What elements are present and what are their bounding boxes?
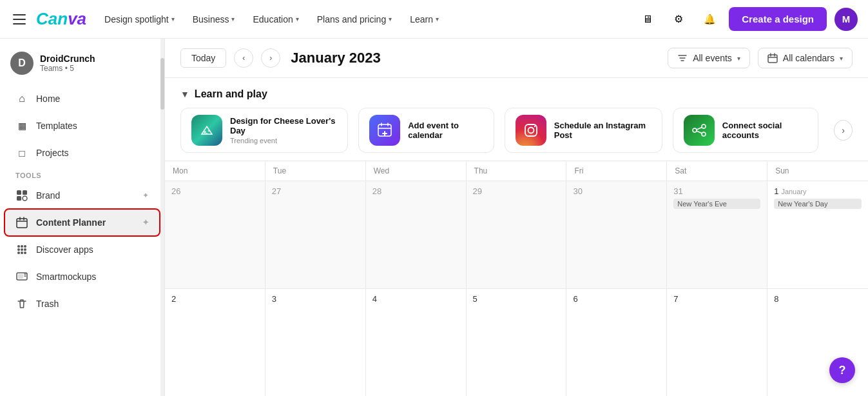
- user-section: D DroidCrunch Teams • 5: [0, 46, 164, 85]
- calendar-cell-dec28[interactable]: 28: [366, 181, 467, 288]
- svg-rect-1: [23, 190, 27, 195]
- calendar-cell-jan2[interactable]: 2: [165, 289, 265, 396]
- learn-card-connect-social[interactable]: Connect social accounts: [673, 108, 818, 153]
- sidebar-item-brand[interactable]: Brand ✦: [5, 183, 159, 208]
- calendar-cell-jan4[interactable]: 4: [366, 289, 467, 396]
- svg-point-40: [702, 132, 706, 136]
- calendar-month-title: January 2023: [291, 50, 660, 66]
- sidebar-item-smartmockups[interactable]: Smartmockups: [5, 264, 159, 290]
- chevron-down-icon: ▾: [840, 55, 843, 62]
- svg-point-39: [702, 124, 706, 128]
- tools-section-label: Tools: [0, 166, 164, 182]
- apps-icon: [15, 243, 28, 256]
- calendar-cell-jan6[interactable]: 6: [566, 289, 667, 396]
- instagram-icon: [516, 115, 546, 146]
- user-avatar[interactable]: M: [834, 8, 858, 31]
- new-years-day-event[interactable]: New Year's Day: [774, 199, 862, 209]
- new-years-eve-event[interactable]: New Year's Eve: [673, 199, 760, 209]
- user-info: DroidCrunch Teams • 5: [40, 54, 95, 73]
- nav-item-plans[interactable]: Plans and pricing ▾: [309, 9, 400, 30]
- main-content: Today ‹ › January 2023 All events ▾ All …: [165, 39, 868, 396]
- sidebar-item-trash[interactable]: Trash: [5, 291, 159, 317]
- learn-play-header[interactable]: ▼ Learn and play: [180, 88, 853, 100]
- sidebar-item-templates[interactable]: Templates: [5, 113, 159, 139]
- monitor-icon: [642, 14, 653, 25]
- svg-point-10: [24, 245, 26, 248]
- sidebar-item-discover-apps[interactable]: Discover apps: [5, 237, 159, 262]
- day-header-sat: Sat: [667, 161, 767, 181]
- all-calendars-filter[interactable]: All calendars ▾: [758, 48, 853, 68]
- svg-point-11: [17, 248, 20, 251]
- learn-cards-more-button[interactable]: ›: [834, 120, 853, 141]
- calendar-cell-dec30[interactable]: 30: [566, 181, 667, 288]
- monitor-icon-button[interactable]: [636, 8, 659, 31]
- nav-right: Create a design M: [636, 7, 858, 31]
- notifications-icon-button[interactable]: [698, 8, 721, 31]
- learn-cards-list: Design for Cheese Lover's Day Trending e…: [180, 108, 853, 153]
- calendar-cell-dec29[interactable]: 29: [467, 181, 567, 288]
- user-name: DroidCrunch: [40, 54, 95, 64]
- calendar-cell-jan8[interactable]: 8: [767, 289, 868, 396]
- chevron-down-icon: ▾: [436, 15, 439, 23]
- pin-icon: ✦: [142, 191, 149, 200]
- app-layout: D DroidCrunch Teams • 5 Home Templates P…: [0, 39, 868, 396]
- svg-point-15: [21, 252, 23, 254]
- calendar-week-row: 26 27 28 29 30 31 New Year's Eve 1Januar…: [165, 181, 868, 289]
- chevron-down-icon: ▾: [389, 15, 392, 23]
- calendar-cell-dec26[interactable]: 26: [165, 181, 265, 288]
- sidebar-item-home[interactable]: Home: [5, 86, 159, 112]
- nav-item-business[interactable]: Business ▾: [185, 9, 243, 30]
- svg-point-13: [24, 248, 26, 251]
- templates-icon: [15, 119, 28, 132]
- month-label: January: [781, 188, 806, 195]
- day-header-mon: Mon: [165, 161, 265, 181]
- calendar-cell-jan7[interactable]: 7: [667, 289, 767, 396]
- day-header-thu: Thu: [467, 161, 567, 181]
- nav-item-design-spotlight[interactable]: Design spotlight ▾: [97, 9, 182, 30]
- calendar-cell-dec31[interactable]: 31 New Year's Eve: [667, 181, 767, 288]
- calendar-cell-dec27[interactable]: 27: [265, 181, 366, 288]
- calendar-cell-jan3[interactable]: 3: [265, 289, 366, 396]
- top-nav: Canva Design spotlight ▾ Business ▾ Educ…: [0, 0, 868, 39]
- pin-icon: ✦: [142, 218, 149, 227]
- nav-menu: Design spotlight ▾ Business ▾ Education …: [97, 9, 631, 30]
- learn-card-add-event[interactable]: Add event to calendar: [358, 108, 494, 153]
- day-header-wed: Wed: [366, 161, 467, 181]
- user-team: Teams • 5: [40, 64, 95, 73]
- sidebar-item-content-planner[interactable]: Content Planner ✦: [5, 210, 159, 235]
- prev-month-button[interactable]: ‹: [234, 48, 253, 68]
- home-icon: [15, 92, 28, 105]
- svg-point-37: [534, 126, 535, 127]
- settings-icon-button[interactable]: [667, 8, 690, 31]
- canva-logo[interactable]: Canva: [36, 9, 86, 29]
- create-design-button[interactable]: Create a design: [729, 7, 827, 31]
- next-month-button[interactable]: ›: [261, 48, 280, 68]
- nav-item-learn[interactable]: Learn ▾: [402, 9, 447, 30]
- svg-rect-21: [768, 55, 777, 63]
- calendar-cell-jan1[interactable]: 1January New Year's Day: [767, 181, 868, 288]
- svg-point-28: [206, 133, 207, 134]
- learn-card-cheese[interactable]: Design for Cheese Lover's Day Trending e…: [180, 108, 348, 153]
- calendar-header: Today ‹ › January 2023 All events ▾ All …: [165, 39, 868, 78]
- content-planner-icon: [15, 216, 28, 229]
- learn-card-instagram[interactable]: Schedule an Instagram Post: [505, 108, 662, 153]
- svg-rect-2: [17, 196, 21, 201]
- today-button[interactable]: Today: [180, 48, 226, 68]
- brand-icon: [15, 189, 28, 202]
- sidebar-item-projects[interactable]: Projects: [5, 140, 159, 166]
- learn-card-text: Design for Cheese Lover's Day Trending e…: [230, 116, 337, 144]
- svg-line-42: [697, 131, 702, 134]
- svg-point-25: [199, 123, 215, 138]
- nav-item-education[interactable]: Education ▾: [245, 9, 306, 30]
- calendar-cell-jan5[interactable]: 5: [467, 289, 567, 396]
- scrollbar[interactable]: [160, 39, 164, 396]
- cheese-day-icon: [191, 115, 222, 146]
- calendar-grid: Mon Tue Wed Thu Fri Sat Sun 26 27 28 29 …: [165, 161, 868, 396]
- chevron-down-icon: ▾: [171, 15, 175, 23]
- hamburger-menu[interactable]: [10, 9, 31, 30]
- svg-point-9: [21, 245, 23, 248]
- all-events-filter[interactable]: All events ▾: [668, 48, 750, 68]
- chevron-down-icon: ▾: [296, 15, 299, 23]
- help-button[interactable]: ?: [829, 357, 855, 383]
- collapse-icon: ▼: [180, 89, 189, 99]
